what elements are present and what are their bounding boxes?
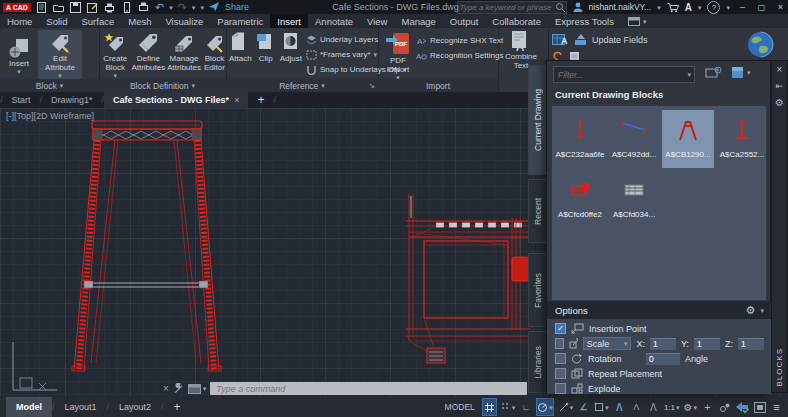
file-tab-cafe-sections[interactable]: Cafe Sections - DWG Files* × [104,92,248,108]
search-input[interactable] [458,3,555,12]
redo-caret[interactable]: ▾ [192,4,196,11]
rotation-option[interactable]: Rotation Angle [555,352,708,365]
block-item[interactable]: A$Cfcd0ffe2 [554,170,606,228]
panel-block-definition-footer[interactable]: Block Definition▾ [99,79,226,92]
scale-checkbox[interactable] [555,338,564,349]
block-item[interactable]: A$C492dd... [608,110,660,168]
palette-properties-icon[interactable]: ⚙ [775,97,784,108]
layout-tab-model[interactable]: Model [6,397,52,417]
palette-tab-libraries[interactable]: Libraries [528,331,547,393]
pdf-import-button[interactable]: PDF PDF Import▾ [386,30,410,81]
tab-home[interactable]: Home [0,14,39,28]
tab-annotate[interactable]: Annotate [308,14,360,28]
rotation-checkbox[interactable] [555,353,566,364]
save-icon[interactable] [70,1,82,13]
manage-attributes-button[interactable]: Manage Attributes [167,30,201,72]
insertion-point-checkbox[interactable]: ✓ [555,323,566,334]
block-item[interactable]: A$Ca2552... [716,110,768,168]
new-drawing-tab-button[interactable]: + [248,92,273,108]
explode-checkbox[interactable] [555,383,566,394]
palette-autohide-icon[interactable]: ⇤ [776,81,784,91]
repeat-placement-option[interactable]: Repeat Placement [555,367,662,380]
annotation-scale-icon[interactable]: Λ [647,399,660,415]
filter-input[interactable] [554,70,687,80]
object-snap-tracking-toggle[interactable]: ∠ [577,399,590,415]
undo-caret[interactable]: ▾ [169,4,173,11]
object-snap-toggle[interactable]: ▾ [594,399,609,415]
clean-screen-button[interactable] [753,399,766,415]
explode-option[interactable]: Explode [555,382,621,395]
undo-icon[interactable]: ↶ [155,1,164,14]
mobile-app-icon[interactable] [121,1,133,13]
share-button[interactable]: Share [225,2,249,12]
command-close-icon[interactable]: × [163,383,169,394]
create-block-button[interactable]: Create Block▾ [101,30,129,79]
tab-parametric[interactable]: Parametric [210,14,270,28]
command-wrench-icon[interactable] [173,383,184,394]
close-button[interactable]: × [774,2,787,12]
options-collapse-caret[interactable]: ▾ [760,307,764,314]
recent-commands-button[interactable]: ▾ [188,384,207,394]
set-location-button[interactable] [735,28,788,58]
annotation-scale-button[interactable]: 1:1▾ [664,399,680,415]
block-editor-button[interactable]: Block Editor [203,30,226,72]
panel-block-footer[interactable]: Block▾ [0,79,99,92]
save-as-icon[interactable] [87,1,99,13]
block-item-selected[interactable]: A$CB1290... [662,110,714,168]
palette-tab-recent[interactable]: Recent [528,179,547,243]
block-item[interactable]: A$C232aa6fe [554,110,606,168]
recognize-shx-button[interactable]: A Recognize SHX Text [416,33,503,48]
model-space-toggle[interactable]: MODEL [445,402,475,412]
new-layout-button[interactable]: + [164,397,191,417]
layout-tab-layout1[interactable]: Layout1 [55,397,107,417]
scale-option[interactable]: Scale▾ X: Y: Z: [555,337,764,350]
tab-surface[interactable]: Surface [74,14,121,28]
autoscale-toggle[interactable]: Λ [630,399,643,415]
redo-icon[interactable]: ↷ [178,1,187,14]
edit-attribute-button[interactable]: Edit Attribute▾ [38,30,82,79]
panel-reference-footer[interactable]: Reference▾ ↘ [226,79,378,92]
workspace-switching-button[interactable]: ⚙▾ [684,399,697,415]
customization-menu-button[interactable]: ≡ [770,399,783,415]
tab-mesh[interactable]: Mesh [121,14,158,28]
tab-visualize[interactable]: Visualize [158,14,210,28]
palette-close-icon[interactable]: × [777,64,783,75]
annotation-visibility-toggle[interactable]: Λ [613,399,626,415]
rotation-angle-input[interactable] [646,353,680,365]
share-icon[interactable] [209,2,220,12]
thumbnail-view-button[interactable]: ▾ [731,66,751,79]
filter-field[interactable]: ▾ [553,66,695,83]
tab-view[interactable]: View [360,14,394,28]
autodesk-caret[interactable]: ▾ [698,4,702,11]
tab-insert[interactable]: Insert [270,14,308,28]
user-caret[interactable]: ▾ [657,4,661,11]
scale-x-input[interactable] [650,338,676,350]
search-field[interactable] [457,1,567,14]
minimize-button[interactable]: – [736,2,749,12]
app-logo[interactable]: A CAD [3,3,31,12]
repeat-placement-checkbox[interactable] [555,368,566,379]
define-attributes-button[interactable]: Define Attributes [131,30,165,72]
grid-toggle[interactable] [482,398,497,416]
snap-mode-toggle[interactable]: ▾ [501,399,516,415]
annotation-monitor-button[interactable]: + [701,399,714,415]
insertion-point-option[interactable]: ✓ Insertion Point [555,322,647,335]
layout-tab-layout2[interactable]: Layout2 [109,397,161,417]
block-item[interactable]: A$Cfd034... [608,170,660,228]
user-account[interactable]: nishant.naikVY... [589,2,652,12]
qat-customize-caret[interactable]: ▾ [200,4,204,11]
palette-tab-favorites[interactable]: Favorites [528,253,547,327]
cart-icon[interactable] [667,2,679,13]
ribbon-display-toggle[interactable]: ▾ [621,14,654,28]
print-icon[interactable] [138,1,150,13]
maximize-button[interactable]: ▢ [755,3,768,12]
help-caret[interactable]: ▾ [726,4,730,11]
scale-dropdown[interactable]: Scale▾ [583,337,632,350]
autodesk-logo-icon[interactable]: A [685,2,692,13]
tab-solid[interactable]: Solid [39,14,74,28]
tab-express-tools[interactable]: Express Tools [548,14,621,28]
open-folder-icon[interactable] [53,1,65,13]
new-file-icon[interactable] [36,1,48,13]
scale-z-input[interactable] [738,338,764,350]
reference-panel-launcher[interactable]: ↘ [368,81,375,90]
